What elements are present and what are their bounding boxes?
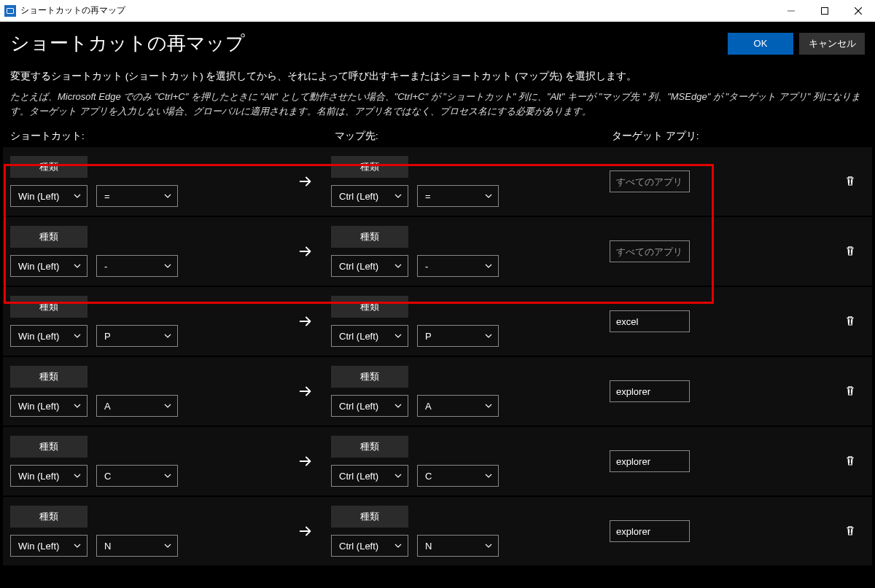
- remap-row: 種類 Win (Left) C 種類 Ctrl (Left): [3, 427, 872, 495]
- src-key-dropdown[interactable]: -: [96, 255, 178, 277]
- type-button-src[interactable]: 種類: [10, 506, 88, 528]
- src-modifier-dropdown[interactable]: Win (Left): [10, 325, 88, 347]
- dst-key-value: =: [425, 191, 431, 202]
- dst-modifier-dropdown[interactable]: Ctrl (Left): [331, 465, 408, 487]
- dst-key-dropdown[interactable]: -: [417, 255, 499, 277]
- chevron-down-icon: [483, 261, 494, 271]
- dst-key-value: P: [425, 331, 432, 342]
- type-button-src[interactable]: 種類: [10, 156, 88, 178]
- src-key-value: C: [104, 471, 111, 482]
- delete-button[interactable]: [844, 383, 857, 400]
- delete-button[interactable]: [844, 173, 857, 190]
- type-button-dst[interactable]: 種類: [331, 366, 408, 388]
- chevron-down-icon: [163, 191, 173, 201]
- chevron-down-icon: [163, 541, 173, 551]
- dst-modifier-value: Ctrl (Left): [339, 331, 378, 342]
- src-key-dropdown[interactable]: C: [96, 465, 178, 487]
- app-icon: [4, 5, 16, 17]
- chevron-down-icon: [163, 401, 173, 411]
- target-app-input[interactable]: [610, 310, 690, 332]
- remap-row: 種類 Win (Left) N 種類 Ctrl (Left): [3, 497, 872, 565]
- dst-key-dropdown[interactable]: C: [417, 465, 499, 487]
- src-modifier-dropdown[interactable]: Win (Left): [10, 395, 88, 417]
- maximize-button[interactable]: [808, 0, 841, 22]
- dst-key-dropdown[interactable]: =: [417, 185, 499, 207]
- dst-modifier-dropdown[interactable]: Ctrl (Left): [331, 325, 408, 347]
- arrow-icon: [280, 453, 331, 469]
- target-app-input[interactable]: [610, 170, 690, 192]
- dst-modifier-dropdown[interactable]: Ctrl (Left): [331, 535, 408, 557]
- delete-button[interactable]: [844, 313, 857, 330]
- chevron-down-icon: [72, 261, 82, 271]
- minimize-button[interactable]: [774, 0, 808, 22]
- src-modifier-dropdown[interactable]: Win (Left): [10, 535, 88, 557]
- dst-key-value: A: [425, 401, 432, 412]
- chevron-down-icon: [393, 401, 403, 411]
- header-mapped: マップ先:: [335, 130, 612, 143]
- src-modifier-dropdown[interactable]: Win (Left): [10, 255, 88, 277]
- type-button-dst[interactable]: 種類: [331, 506, 408, 528]
- chevron-down-icon: [483, 191, 494, 201]
- rows-container: 種類 Win (Left) = 種類 Ctrl (Left): [0, 147, 875, 565]
- chevron-down-icon: [163, 331, 173, 341]
- remap-row: 種類 Win (Left) - 種類 Ctrl (Left): [3, 217, 872, 286]
- arrow-icon: [280, 313, 331, 329]
- close-button[interactable]: [841, 0, 875, 22]
- target-app-input[interactable]: [610, 520, 690, 542]
- dst-key-dropdown[interactable]: P: [417, 325, 499, 347]
- chevron-down-icon: [72, 191, 82, 201]
- arrow-icon: [280, 173, 331, 189]
- type-button-dst[interactable]: 種類: [331, 226, 408, 248]
- dst-modifier-value: Ctrl (Left): [339, 541, 378, 552]
- src-key-dropdown[interactable]: P: [96, 325, 178, 347]
- src-key-dropdown[interactable]: =: [96, 185, 178, 207]
- type-button-src[interactable]: 種類: [10, 296, 88, 318]
- target-app-input[interactable]: [610, 450, 690, 472]
- dst-modifier-dropdown[interactable]: Ctrl (Left): [331, 255, 408, 277]
- src-modifier-value: Win (Left): [18, 541, 59, 552]
- delete-button[interactable]: [844, 453, 857, 470]
- remap-row: 種類 Win (Left) A 種類 Ctrl (Left): [3, 357, 872, 426]
- column-headers: ショートカット: マップ先: ターゲット アプリ:: [0, 125, 875, 147]
- target-app-input[interactable]: [610, 380, 690, 402]
- dst-modifier-dropdown[interactable]: Ctrl (Left): [331, 185, 408, 207]
- chevron-down-icon: [163, 261, 173, 271]
- target-app-input[interactable]: [610, 240, 690, 262]
- src-modifier-dropdown[interactable]: Win (Left): [10, 185, 88, 207]
- chevron-down-icon: [72, 541, 82, 551]
- cancel-button[interactable]: キャンセル: [799, 33, 865, 55]
- chevron-down-icon: [72, 331, 82, 341]
- src-key-value: =: [104, 191, 110, 202]
- dst-modifier-value: Ctrl (Left): [339, 261, 378, 272]
- type-button-src[interactable]: 種類: [10, 226, 88, 248]
- ok-button[interactable]: OK: [728, 33, 793, 55]
- type-button-src[interactable]: 種類: [10, 436, 88, 458]
- type-button-dst[interactable]: 種類: [331, 296, 408, 318]
- src-key-dropdown[interactable]: A: [96, 395, 178, 417]
- src-key-value: P: [104, 331, 111, 342]
- src-modifier-value: Win (Left): [18, 471, 59, 482]
- window-title: ショートカットの再マップ: [20, 4, 125, 17]
- remap-row: 種類 Win (Left) = 種類 Ctrl (Left): [3, 147, 872, 216]
- dst-key-value: N: [425, 541, 432, 552]
- chevron-down-icon: [72, 401, 82, 411]
- dst-modifier-dropdown[interactable]: Ctrl (Left): [331, 395, 408, 417]
- delete-button[interactable]: [844, 243, 857, 260]
- svg-rect-1: [822, 7, 828, 14]
- dst-key-dropdown[interactable]: N: [417, 535, 499, 557]
- type-button-src[interactable]: 種類: [10, 366, 88, 388]
- chevron-down-icon: [483, 471, 494, 481]
- chevron-down-icon: [393, 471, 403, 481]
- type-button-dst[interactable]: 種類: [331, 436, 408, 458]
- dst-key-value: C: [425, 471, 432, 482]
- src-modifier-dropdown[interactable]: Win (Left): [10, 465, 88, 487]
- example-text: たとえば、Microsoft Edge でのみ "Ctrl+C" を押したときに…: [0, 87, 875, 125]
- src-key-dropdown[interactable]: N: [96, 535, 178, 557]
- type-button-dst[interactable]: 種類: [331, 156, 408, 178]
- arrow-icon: [280, 243, 331, 259]
- src-key-value: N: [104, 541, 111, 552]
- header-target: ターゲット アプリ:: [612, 130, 865, 143]
- dst-key-dropdown[interactable]: A: [417, 395, 499, 417]
- chevron-down-icon: [393, 331, 403, 341]
- delete-button[interactable]: [844, 523, 857, 540]
